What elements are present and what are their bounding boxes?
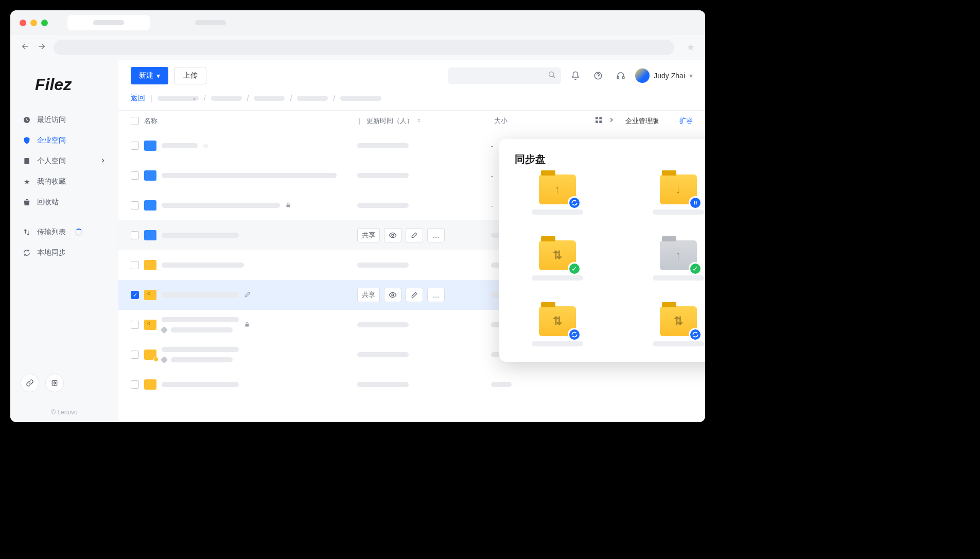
sync-folder-item[interactable]: ↓ (636, 174, 705, 215)
sidebar-item-personal[interactable]: 个人空间 (10, 151, 118, 171)
sort-icon[interactable] (416, 117, 422, 125)
row-checkbox[interactable] (131, 201, 139, 209)
bell-icon[interactable] (567, 67, 584, 84)
headphones-icon[interactable] (612, 67, 629, 84)
folder-icon (144, 290, 156, 300)
browser-tab[interactable] (169, 15, 252, 30)
sidebar-item-favorites[interactable]: ★ 我的收藏 (10, 171, 118, 192)
col-size-label: 大小 (494, 116, 525, 126)
row-checkbox[interactable] (131, 321, 139, 329)
sidebar-item-label: 本地同步 (37, 248, 66, 257)
pause-status-icon (689, 196, 702, 209)
star-icon[interactable]: ☆ (203, 142, 209, 150)
folder-icon (144, 379, 156, 390)
check-status-icon: ✓ (689, 262, 702, 275)
user-menu[interactable]: Judy Zhai ▾ (635, 68, 693, 83)
sync-folder-item[interactable]: ↑✓ (636, 240, 705, 281)
sidebar-item-localsync[interactable]: 本地同步 (10, 242, 118, 263)
expand-link[interactable]: 扩容 (679, 116, 693, 126)
help-icon[interactable] (590, 67, 606, 84)
new-button[interactable]: 新建 ▾ (131, 67, 168, 84)
sidebar-item-recent[interactable]: 最近访问 (10, 110, 118, 130)
back-icon[interactable] (21, 42, 30, 53)
breadcrumb-item[interactable] (254, 96, 285, 101)
tag-icon (161, 356, 168, 363)
breadcrumb-item[interactable] (340, 96, 381, 101)
search-icon (548, 71, 556, 81)
svg-rect-9 (596, 120, 598, 123)
preview-button[interactable] (384, 228, 401, 242)
row-checkbox[interactable] (131, 171, 139, 180)
more-button[interactable]: … (427, 288, 445, 302)
update-time (357, 203, 409, 208)
edit-button[interactable] (406, 288, 423, 302)
breadcrumb-item[interactable] (211, 96, 242, 101)
share-button[interactable]: 共享 (357, 228, 380, 242)
maximize-traffic-light[interactable] (41, 20, 48, 26)
share-button[interactable]: 共享 (357, 288, 380, 302)
file-size (491, 382, 512, 387)
toolbar: 新建 ▾ 上传 (118, 60, 705, 92)
file-name (162, 292, 239, 298)
sync-folder-item[interactable]: ↑ (515, 174, 600, 215)
sidebar-item-label: 企业空间 (37, 136, 66, 145)
breadcrumb-sep: / (290, 94, 292, 102)
sync-folder-name (653, 341, 704, 346)
row-checkbox[interactable] (131, 291, 139, 299)
breadcrumb-sep: / (204, 94, 206, 102)
link-button[interactable] (21, 374, 39, 392)
svg-rect-15 (694, 201, 695, 205)
upload-button[interactable]: 上传 (174, 67, 206, 84)
sync-folder-item[interactable]: ⇅ (636, 306, 705, 346)
select-all-checkbox[interactable] (131, 117, 139, 125)
lock-icon (285, 202, 291, 209)
sync-folder-icon: ↑✓ (660, 240, 697, 270)
svg-rect-16 (695, 201, 696, 205)
svg-rect-8 (599, 117, 602, 119)
breadcrumb-sep: / (333, 94, 335, 102)
share-out-button[interactable] (45, 374, 64, 392)
sync-folder-name (532, 275, 583, 281)
edit-button[interactable] (406, 228, 423, 242)
sidebar-item-trash[interactable]: 回收站 (10, 192, 118, 213)
table-row[interactable] (118, 370, 705, 399)
grid-view-icon[interactable] (594, 116, 603, 126)
row-checkbox[interactable] (131, 261, 139, 269)
row-checkbox[interactable] (131, 231, 139, 239)
sync-folder-item[interactable]: ⇅✓ (515, 240, 600, 281)
minimize-traffic-light[interactable] (30, 20, 37, 26)
sidebar-item-label: 我的收藏 (37, 177, 66, 186)
right-panel-title: 企业管理版 (625, 116, 659, 126)
url-input[interactable] (54, 40, 674, 55)
breadcrumb-item[interactable] (297, 96, 328, 101)
back-link[interactable]: 返回 (131, 94, 145, 103)
browser-tab-active[interactable] (67, 15, 150, 30)
folder-icon (144, 230, 156, 240)
sync-icon (23, 249, 31, 257)
bookmark-star-icon[interactable]: ★ (687, 42, 695, 53)
sync-panel: 同步盘 ↑↓⇅✓↑✓⇅⇅ (499, 139, 705, 362)
edit-icon[interactable] (244, 291, 251, 300)
update-time (357, 263, 409, 268)
update-time (357, 143, 409, 148)
user-name-label: Judy Zhai (654, 72, 685, 80)
row-checkbox[interactable] (131, 351, 139, 359)
more-button[interactable]: … (427, 228, 445, 242)
row-checkbox[interactable] (131, 380, 139, 389)
sidebar-item-transfer[interactable]: 传输列表 (10, 222, 118, 242)
col-name-label: 名称 (144, 116, 157, 126)
sync-folder-item[interactable]: ⇅ (515, 306, 600, 346)
sync-panel-title: 同步盘 (515, 152, 705, 166)
sync-folder-icon: ⇅✓ (539, 240, 576, 270)
chevron-right-icon[interactable] (608, 116, 615, 125)
sync-folder-icon: ↓ (660, 174, 697, 204)
search-input[interactable] (448, 67, 561, 84)
shield-icon (23, 136, 31, 145)
close-traffic-light[interactable] (20, 20, 26, 26)
sidebar-item-enterprise[interactable]: 企业空间 (10, 130, 118, 151)
preview-button[interactable] (384, 288, 401, 302)
row-checkbox[interactable] (131, 142, 139, 150)
forward-icon[interactable] (37, 42, 46, 53)
breadcrumb-item[interactable]: ▾ (157, 96, 199, 101)
file-name (162, 173, 337, 178)
